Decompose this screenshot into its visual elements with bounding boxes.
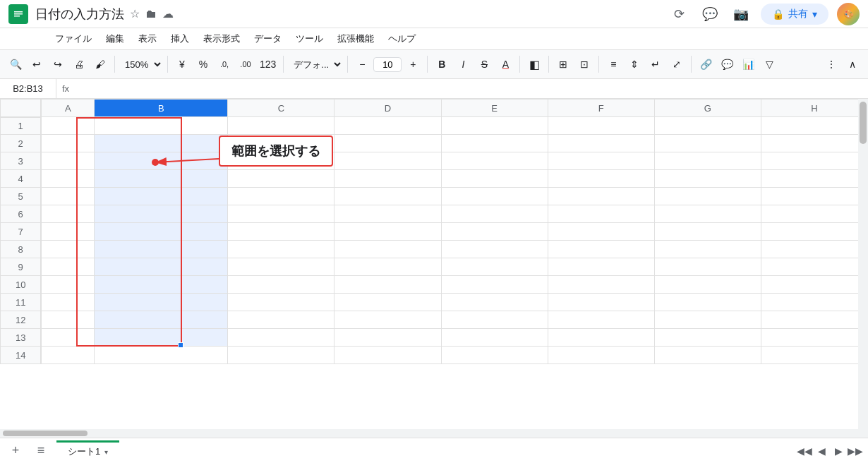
cell-H1[interactable]: [761, 117, 867, 135]
borders-btn[interactable]: ⊞: [553, 54, 573, 74]
cell-C14[interactable]: [228, 347, 334, 364]
comment-icon[interactable]: 💬: [699, 3, 721, 25]
cell-F8[interactable]: [548, 241, 654, 258]
cell-C12[interactable]: [228, 311, 334, 329]
cell-B9[interactable]: [95, 258, 228, 276]
cell-G4[interactable]: [654, 170, 761, 188]
cell-B2[interactable]: [95, 135, 228, 152]
cell-H14[interactable]: [761, 347, 867, 364]
cell-E9[interactable]: [441, 258, 548, 276]
cell-A14[interactable]: [41, 347, 95, 364]
filter-btn[interactable]: ▽: [759, 54, 779, 74]
cell-D6[interactable]: [334, 205, 441, 223]
cell-B6[interactable]: [95, 205, 228, 223]
cell-H4[interactable]: [761, 170, 867, 188]
cell-E12[interactable]: [441, 311, 548, 329]
merge-btn[interactable]: ⊡: [574, 54, 594, 74]
cell-G11[interactable]: [654, 294, 761, 311]
sheet-tab-1[interactable]: シート1 ▾: [56, 440, 119, 461]
cell-D5[interactable]: [334, 188, 441, 205]
drive-icon[interactable]: 🖿: [145, 8, 157, 20]
horizontal-scrollbar[interactable]: [0, 429, 858, 438]
menu-help[interactable]: ヘルプ: [382, 30, 421, 48]
cell-E7[interactable]: [441, 223, 548, 241]
cell-D2[interactable]: [334, 135, 441, 152]
cell-E3[interactable]: [441, 152, 548, 170]
cell-D10[interactable]: [334, 276, 441, 294]
cell-F7[interactable]: [548, 223, 654, 241]
sheet-scroll-right[interactable]: ▶▶: [848, 444, 862, 458]
col-header-C[interactable]: C: [228, 100, 334, 117]
cell-B11[interactable]: [95, 294, 228, 311]
cell-G3[interactable]: [654, 152, 761, 170]
cell-E5[interactable]: [441, 188, 548, 205]
valign-btn[interactable]: ⇕: [625, 54, 644, 74]
more-tb-btn[interactable]: ⋮: [821, 54, 841, 74]
cell-B7[interactable]: [95, 223, 228, 241]
cell-H13[interactable]: [761, 329, 867, 347]
cell-G7[interactable]: [654, 223, 761, 241]
cell-A10[interactable]: [41, 276, 95, 294]
fill-color-btn[interactable]: ◧: [524, 54, 544, 74]
history-icon[interactable]: ⟳: [668, 3, 690, 25]
cell-E1[interactable]: [441, 117, 548, 135]
cell-B5[interactable]: [95, 188, 228, 205]
cell-A12[interactable]: [41, 311, 95, 329]
cell-A11[interactable]: [41, 294, 95, 311]
cell-G8[interactable]: [654, 241, 761, 258]
menu-format[interactable]: 表示形式: [198, 30, 246, 48]
menu-view[interactable]: 表示: [133, 30, 162, 48]
cell-A3[interactable]: [41, 152, 95, 170]
col-header-A[interactable]: A: [41, 100, 95, 117]
cell-F1[interactable]: [548, 117, 654, 135]
cell-F13[interactable]: [548, 329, 654, 347]
cell-E8[interactable]: [441, 241, 548, 258]
italic-btn[interactable]: I: [453, 54, 473, 74]
meet-icon[interactable]: 📷: [730, 3, 752, 25]
paint-format-btn[interactable]: 🖌: [90, 54, 110, 74]
vertical-scrollbar[interactable]: [858, 99, 868, 438]
cell-H7[interactable]: [761, 223, 867, 241]
col-header-B[interactable]: B: [95, 100, 228, 117]
cell-B13[interactable]: [95, 329, 228, 347]
cell-B4[interactable]: [95, 170, 228, 188]
cell-A13[interactable]: [41, 329, 95, 347]
col-header-G[interactable]: G: [654, 100, 761, 117]
cell-H2[interactable]: [761, 135, 867, 152]
cell-C7[interactable]: [228, 223, 334, 241]
col-header-E[interactable]: E: [441, 100, 548, 117]
cell-A4[interactable]: [41, 170, 95, 188]
sheet-menu-btn[interactable]: ≡: [31, 441, 51, 461]
cell-F12[interactable]: [548, 311, 654, 329]
collapse-toolbar-btn[interactable]: ∧: [843, 54, 862, 74]
percent-btn[interactable]: %: [193, 54, 213, 74]
rotate-btn[interactable]: ⤢: [667, 54, 687, 74]
cell-A1[interactable]: [41, 117, 95, 135]
cell-F5[interactable]: [548, 188, 654, 205]
menu-extensions[interactable]: 拡張機能: [332, 30, 380, 48]
formula-input[interactable]: [75, 83, 868, 94]
cell-C5[interactable]: [228, 188, 334, 205]
col-header-D[interactable]: D: [334, 100, 441, 117]
cell-C10[interactable]: [228, 276, 334, 294]
cell-D13[interactable]: [334, 329, 441, 347]
cell-C4[interactable]: [228, 170, 334, 188]
menu-file[interactable]: ファイル: [49, 30, 97, 48]
cell-F4[interactable]: [548, 170, 654, 188]
zoom-select[interactable]: 150%: [119, 57, 163, 72]
cell-H3[interactable]: [761, 152, 867, 170]
cell-B3[interactable]: [95, 152, 228, 170]
cell-E14[interactable]: [441, 347, 548, 364]
link-btn[interactable]: 🔗: [696, 54, 716, 74]
cell-E2[interactable]: [441, 135, 548, 152]
cell-G6[interactable]: [654, 205, 761, 223]
cell-C11[interactable]: [228, 294, 334, 311]
cell-G2[interactable]: [654, 135, 761, 152]
cell-F10[interactable]: [548, 276, 654, 294]
print-btn[interactable]: 🖨: [69, 54, 89, 74]
cell-C1[interactable]: [228, 117, 334, 135]
cell-reference[interactable]: B2:B13: [0, 79, 56, 98]
menu-tools[interactable]: ツール: [290, 30, 329, 48]
cell-H5[interactable]: [761, 188, 867, 205]
cell-C9[interactable]: [228, 258, 334, 276]
